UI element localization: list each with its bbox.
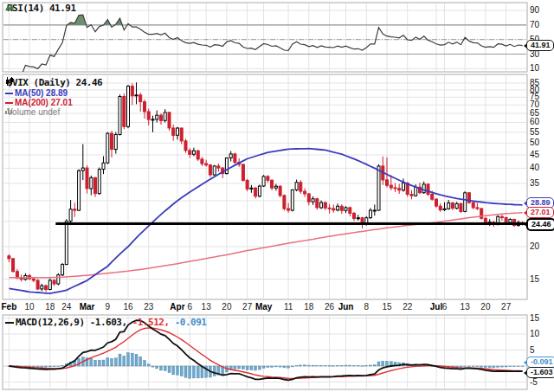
date-axis-label: 9 — [96, 302, 119, 312]
price-legend-title: $VIX (Daily) 24.46 — [5, 77, 102, 88]
macd-legend: MACD(12,26,9) -1.603, -1.512, -0.091 — [5, 317, 206, 328]
date-axis-label: 13 — [195, 302, 217, 312]
date-axis-label: 27 — [495, 302, 518, 312]
rsi-legend-value: 41.91 — [49, 3, 76, 14]
date-axis-label: Mar — [76, 302, 99, 312]
date-axis-label: 18 — [298, 302, 320, 312]
rsi-panel — [3, 3, 527, 72]
symbol-label: $VIX (Daily) — [7, 77, 70, 88]
price-axis-label: 60 — [530, 118, 539, 126]
price-axis-label: 45 — [530, 151, 539, 159]
macd-axis-label: 10 — [530, 330, 539, 338]
date-axis-label: 8 — [355, 302, 377, 312]
date-axis-label: 24 — [55, 302, 78, 312]
date-axis-label: 15 — [376, 302, 398, 312]
date-axis-label: 6 — [433, 302, 455, 312]
last-price: 24.46 — [76, 77, 103, 88]
date-axis-label: May — [253, 302, 275, 312]
date-axis-label: 22 — [396, 302, 419, 312]
date-axis-label: Feb — [0, 302, 20, 312]
value-callout: 24.46 — [526, 218, 554, 231]
date-axis-label: 11 — [277, 302, 300, 312]
date-axis-label: 20 — [216, 302, 238, 312]
ma200-swatch-icon — [5, 102, 13, 104]
ma200-legend: MA(200) 27.01 — [5, 98, 73, 107]
ma50-swatch-icon — [5, 93, 13, 94]
date-axis-label: 16 — [117, 302, 139, 312]
rsi-axis-label: 90 — [530, 6, 539, 15]
date-axis-label: 20 — [474, 302, 497, 312]
volume-label: Volume undef — [7, 107, 60, 117]
macd-swatch-icon — [5, 322, 14, 324]
price-panel — [3, 74, 527, 299]
date-axis-label: 23 — [138, 302, 160, 312]
macd-axis-label: 5 — [530, 346, 535, 355]
rsi-axis-label: 10 — [530, 64, 539, 73]
date-axis-label: Jun — [335, 302, 358, 312]
price-axis-label: 15 — [530, 275, 539, 284]
date-axis-label: 13 — [454, 302, 476, 312]
ma200-label: MA(200) 27.01 — [15, 98, 73, 107]
macd-axis-label: 15 — [530, 314, 539, 323]
value-callout: 27.01 — [526, 207, 554, 218]
signal-value: -1.512, — [132, 317, 170, 328]
price-axis-label: 20 — [530, 242, 539, 251]
ma50-label: MA(50) 28.89 — [15, 88, 68, 98]
value-callout: -1.603 — [526, 367, 554, 378]
value-callout: 41.91 — [526, 40, 554, 51]
macd-label: MACD(12,26,9) — [16, 317, 85, 328]
price-axis-label: 40 — [530, 164, 539, 172]
stockchart: RSI(14) 41.91 $VIX (Daily) 24.46 MA(50) … — [0, 0, 554, 392]
date-axis-label: 10 — [18, 302, 41, 312]
macd-value: -1.603, — [90, 317, 127, 328]
price-axis-label: 55 — [530, 128, 539, 137]
volume-legend: Volume undef — [5, 107, 60, 117]
ma50-legend: MA(50) 28.89 — [5, 88, 68, 98]
price-axis-label: 35 — [530, 179, 539, 188]
price-axis-label: 50 — [530, 138, 539, 147]
chart-canvas — [0, 0, 554, 392]
hist-value: -0.091 — [175, 317, 207, 328]
macd-axis-label: -5 — [530, 378, 538, 387]
rsi-legend: RSI(14) 41.91 — [5, 3, 76, 14]
rsi-axis-label: 70 — [530, 21, 539, 29]
